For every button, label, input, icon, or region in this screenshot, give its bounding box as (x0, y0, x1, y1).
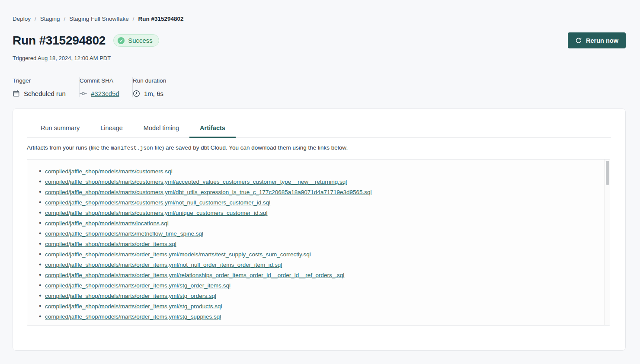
meta-duration: Run duration 1m, 6s (133, 77, 176, 97)
artifact-download-link[interactable]: compiled/jaffle_shop/models/marts/order_… (45, 272, 344, 278)
header: Run #315294802 Success Rerun now (13, 32, 626, 48)
artifact-list-item: compiled/jaffle_shop/models/marts/order_… (45, 311, 599, 322)
meta-commit-label: Commit SHA (80, 77, 122, 84)
artifact-list-item: compiled/jaffle_shop/models/marts/locati… (45, 218, 599, 228)
artifact-list-item: compiled/jaffle_shop/models/marts/custom… (45, 208, 599, 218)
breadcrumb-job[interactable]: Staging Full Snowflake (69, 16, 128, 22)
breadcrumb-separator: / (64, 16, 66, 22)
artifact-download-link[interactable]: compiled/jaffle_shop/models/marts/custom… (45, 189, 372, 195)
run-detail-page: Deploy / Staging / Staging Full Snowflak… (0, 0, 640, 351)
artifact-download-link[interactable]: compiled/jaffle_shop/models/marts/order_… (45, 324, 279, 326)
artifact-download-link[interactable]: compiled/jaffle_shop/models/marts/custom… (45, 199, 270, 206)
artifact-download-link[interactable]: compiled/jaffle_shop/models/marts/order_… (45, 303, 222, 310)
scrollbar-thumb[interactable] (606, 161, 609, 185)
meta-trigger-label: Trigger (13, 77, 69, 84)
scrollbar-track[interactable] (604, 160, 610, 325)
tab-lineage[interactable]: Lineage (90, 121, 133, 138)
page-title: Run #315294802 (13, 34, 106, 48)
artifact-download-link[interactable]: compiled/jaffle_shop/models/marts/order_… (45, 251, 311, 258)
artifact-download-link[interactable]: compiled/jaffle_shop/models/marts/order_… (45, 293, 216, 299)
artifact-list-item: compiled/jaffle_shop/models/marts/custom… (45, 176, 599, 187)
artifact-list-item: compiled/jaffle_shop/models/marts/order_… (45, 259, 599, 270)
artifacts-description-suffix: file) are saved by dbt Cloud. You can do… (153, 144, 348, 151)
status-badge-label: Success (128, 37, 153, 44)
rerun-now-button[interactable]: Rerun now (568, 32, 626, 48)
artifact-list-item: compiled/jaffle_shop/models/marts/order_… (45, 322, 599, 326)
artifact-list-item: compiled/jaffle_shop/models/marts/custom… (45, 187, 599, 197)
artifact-list-item: compiled/jaffle_shop/models/marts/metric… (45, 228, 599, 239)
artifact-download-link[interactable]: compiled/jaffle_shop/models/marts/locati… (45, 220, 169, 227)
artifacts-list: compiled/jaffle_shop/models/marts/custom… (27, 160, 610, 326)
triggered-timestamp: Triggered Aug 18, 2024, 12:00 AM PDT (13, 55, 626, 61)
commit-sha-link[interactable]: #323cd5d (91, 90, 119, 97)
refresh-icon (575, 37, 582, 44)
artifact-list-item: compiled/jaffle_shop/models/marts/order_… (45, 280, 599, 291)
calendar-icon (13, 90, 20, 97)
git-commit-icon (80, 90, 87, 97)
artifact-list-item: compiled/jaffle_shop/models/marts/custom… (45, 197, 599, 208)
breadcrumb-staging[interactable]: Staging (40, 16, 60, 22)
meta-trigger: Trigger Scheduled run (13, 77, 79, 97)
check-circle-icon (118, 37, 125, 44)
tab-artifacts[interactable]: Artifacts (189, 121, 236, 138)
tab-run-summary[interactable]: Run summary (30, 121, 90, 138)
breadcrumb-separator: / (133, 16, 134, 22)
breadcrumb-run: Run #315294802 (138, 16, 183, 22)
artifacts-list-container: compiled/jaffle_shop/models/marts/custom… (27, 159, 610, 326)
artifact-list-item: compiled/jaffle_shop/models/marts/order_… (45, 291, 599, 301)
artifact-download-link[interactable]: compiled/jaffle_shop/models/marts/metric… (45, 230, 203, 237)
meta-trigger-value: Scheduled run (24, 90, 66, 97)
artifact-list-item: compiled/jaffle_shop/models/marts/order_… (45, 301, 599, 311)
meta-duration-label: Run duration (133, 77, 166, 84)
artifact-download-link[interactable]: compiled/jaffle_shop/models/marts/order_… (45, 241, 176, 247)
artifacts-description-prefix: Artifacts from your runs (like the (27, 144, 111, 151)
artifact-list-item: compiled/jaffle_shop/models/marts/order_… (45, 239, 599, 249)
artifact-download-link[interactable]: compiled/jaffle_shop/models/marts/custom… (45, 179, 347, 185)
artifacts-description: Artifacts from your runs (like the manif… (27, 144, 611, 151)
run-detail-card: Run summary Lineage Model timing Artifac… (13, 109, 626, 351)
breadcrumb-separator: / (35, 16, 36, 22)
manifest-json-code: manifest.json (111, 145, 153, 151)
artifact-download-link[interactable]: compiled/jaffle_shop/models/marts/order_… (45, 282, 230, 289)
artifact-list-item: compiled/jaffle_shop/models/marts/order_… (45, 270, 599, 280)
rerun-now-label: Rerun now (586, 37, 618, 44)
meta-commit: Commit SHA #323cd5d (80, 77, 132, 97)
breadcrumb: Deploy / Staging / Staging Full Snowflak… (13, 16, 626, 22)
tabs-bar: Run summary Lineage Model timing Artifac… (27, 121, 611, 138)
tab-model-timing[interactable]: Model timing (133, 121, 189, 138)
status-badge: Success (113, 34, 159, 47)
artifact-list-item: compiled/jaffle_shop/models/marts/order_… (45, 249, 599, 259)
artifact-download-link[interactable]: compiled/jaffle_shop/models/marts/custom… (45, 210, 267, 216)
artifact-download-link[interactable]: compiled/jaffle_shop/models/marts/order_… (45, 313, 221, 320)
artifact-download-link[interactable]: compiled/jaffle_shop/models/marts/order_… (45, 262, 282, 268)
clock-icon (133, 90, 140, 97)
artifact-download-link[interactable]: compiled/jaffle_shop/models/marts/custom… (45, 168, 173, 175)
breadcrumb-deploy[interactable]: Deploy (13, 16, 31, 22)
artifact-list-item: compiled/jaffle_shop/models/marts/custom… (45, 166, 599, 176)
run-meta: Trigger Scheduled run Commit SHA (13, 77, 626, 97)
meta-duration-value: 1m, 6s (144, 90, 163, 97)
